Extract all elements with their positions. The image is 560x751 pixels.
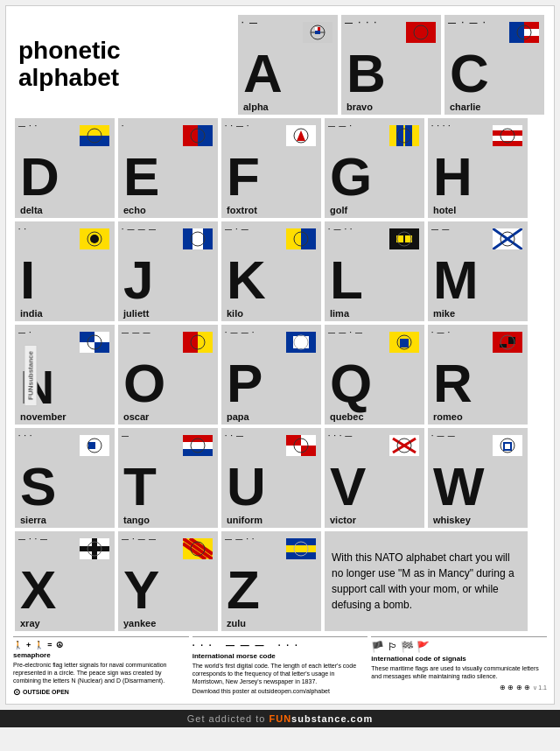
semaphore-desc: Pre-electronic flag letter signals for n… <box>13 661 189 684</box>
morse-india: · · <box>18 225 27 233</box>
letter-hotel: H <box>433 150 472 204</box>
cell-oscar: — — — O oscar <box>116 323 220 426</box>
letter-lima: L <box>330 253 363 307</box>
signals-col: 🏴 🏳 🏁 🚩 international code of signals Th… <box>371 636 547 697</box>
person2-icon: 🚶 <box>34 641 44 649</box>
nato-text-block: With this NATO alphabet chart you will n… <box>323 530 529 633</box>
morse-title: international morse code <box>192 652 368 660</box>
morse-victor: · · · — <box>328 432 353 439</box>
footer-substance: substance.com <box>291 713 373 724</box>
row-defgh: — · · D delta · E echo <box>13 116 547 220</box>
name-echo: echo <box>123 205 146 215</box>
cell-hotel: · · · · H hotel <box>426 116 529 220</box>
letter-quebec: Q <box>330 356 372 411</box>
letter-india: I <box>20 253 35 307</box>
svg-rect-77 <box>286 446 301 456</box>
download-link[interactable]: Download this poster at outsideopen.com/… <box>192 688 368 694</box>
letter-mike: M <box>433 253 479 307</box>
svg-rect-14 <box>80 136 109 146</box>
social-icons: ⊕ ⊕ ⊕ ⊕ <box>500 684 530 691</box>
name-india: india <box>20 308 43 319</box>
flag-golf <box>389 125 419 150</box>
page-title: phonetic alphabet <box>18 38 121 92</box>
row-ijklm: · · I india · — — — J juliett <box>13 220 547 323</box>
flag-juliett <box>183 228 213 253</box>
morse-quebec: — — · — <box>328 328 363 336</box>
name-hotel: hotel <box>433 205 456 215</box>
svg-rect-75 <box>286 435 301 446</box>
svg-rect-29 <box>493 141 522 146</box>
cell-mike: — — M mike <box>426 220 529 323</box>
row-nopqr: — · N november — — — O oscar <box>13 323 547 426</box>
letter-juliett: J <box>123 253 153 307</box>
morse-mike: — — <box>431 225 450 233</box>
cell-whiskey: · — — W whiskey <box>426 426 529 530</box>
flag-mike <box>493 228 522 253</box>
cell-zulu: — — · · Z zulu <box>220 530 323 633</box>
letter-golf: G <box>330 150 372 204</box>
cell-romeo: · — · R romeo <box>426 323 529 426</box>
flag-november <box>80 332 109 356</box>
svg-rect-13 <box>80 125 109 136</box>
svg-rect-69 <box>88 442 95 449</box>
svg-rect-86 <box>505 444 510 449</box>
main-container: phonetic alphabet · — A alpha — · · · B <box>5 5 555 705</box>
cell-juliett: · — — — J juliett <box>116 220 220 323</box>
cell-echo: · E echo <box>116 116 220 220</box>
flag-india <box>80 228 109 253</box>
row-stuvw: · · · S sierra — T tango <box>13 426 547 530</box>
name-papa: papa <box>227 411 249 422</box>
letter-delta: D <box>20 150 60 204</box>
morse-desc: The world's first digital code. The leng… <box>192 662 368 685</box>
letter-oscar: O <box>123 356 165 411</box>
title-block: phonetic alphabet <box>13 13 236 116</box>
letter-sierra: S <box>20 460 56 514</box>
morse-foxtrot: · · — · <box>225 122 249 130</box>
letter-uniform: U <box>227 460 266 514</box>
morse-delta: — · · <box>18 122 38 130</box>
svg-rect-50 <box>94 332 109 342</box>
letter-victor: V <box>330 460 366 514</box>
svg-point-32 <box>90 235 99 243</box>
svg-rect-26 <box>493 125 522 130</box>
flag-foxtrot <box>286 125 316 150</box>
semaphore-title: semaphore <box>13 651 189 659</box>
flag-lima <box>389 228 419 253</box>
flag-victor <box>389 435 419 460</box>
name-tango: tango <box>123 515 150 525</box>
cell-papa: · — — · P papa <box>220 323 323 426</box>
name-quebec: quebec <box>330 411 364 422</box>
morse-echo: · <box>122 122 124 130</box>
flag-xray <box>80 538 109 563</box>
flag-zulu <box>286 538 316 563</box>
flag-alpha <box>303 22 332 46</box>
cell-bravo: — · · · B bravo <box>340 13 443 116</box>
flag-bravo <box>406 22 436 46</box>
svg-rect-27 <box>493 130 522 136</box>
name-zulu: zulu <box>227 618 246 628</box>
signals-title: international code of signals <box>371 655 547 663</box>
svg-rect-4 <box>315 27 318 31</box>
bottom-info: 🚶 + 🚶 = ☮ semaphore Pre-electronic flag … <box>13 636 547 697</box>
flag-charlie <box>509 22 539 46</box>
flag-delta <box>80 125 109 150</box>
letter-bravo: B <box>346 46 386 101</box>
morse-papa: · — — · <box>225 328 255 336</box>
morse-oscar: — — — <box>122 328 150 336</box>
signals-icons: 🏴 🏳 🏁 🚩 <box>371 641 547 653</box>
morse-xray: — · · — <box>18 535 48 543</box>
cell-golf: — — · G golf <box>323 116 426 220</box>
cell-tango: — T tango <box>116 426 220 530</box>
cell-india: · · I india <box>13 220 116 323</box>
semaphore-col: 🚶 + 🚶 = ☮ semaphore Pre-electronic flag … <box>13 636 189 697</box>
morse-kilo: — · — <box>225 225 249 233</box>
footer-get: Get addicted to <box>187 713 270 724</box>
cell-victor: · · · — V victor <box>323 426 426 530</box>
cell-alpha: · — A alpha <box>236 13 340 116</box>
name-alpha: alpha <box>243 102 269 112</box>
name-victor: victor <box>330 515 356 525</box>
svg-rect-52 <box>94 342 109 353</box>
version-label: v 1.1 <box>534 684 547 691</box>
row-xyz-nato: — · · — X xray — · — — Y yankee <box>13 530 547 633</box>
morse-yankee: — · — — <box>122 535 157 543</box>
